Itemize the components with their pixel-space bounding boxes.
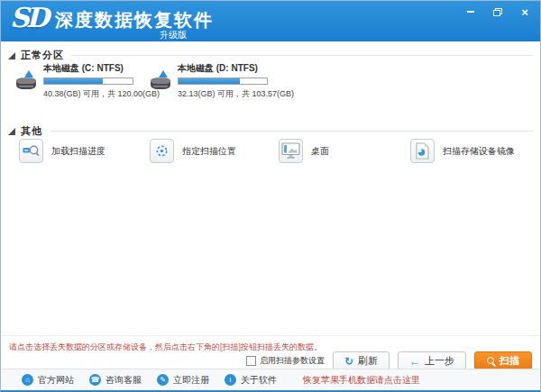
app-logo: SD: [10, 2, 46, 33]
link-label: 咨询客服: [105, 374, 142, 387]
section-divider: [50, 131, 533, 132]
disk-capacity-text: 40.38(GB) 可用，共 120.00(GB): [43, 88, 151, 100]
desktop-item[interactable]: 桌面: [279, 139, 329, 163]
back-label: 上一步: [425, 354, 454, 368]
disk-usage-fill: [179, 78, 240, 84]
status-area: 请点击选择丢失数据的分区或存储设备，然后点击右下角的[扫描]按钮扫描丢失的数据。…: [2, 335, 539, 369]
iphone-recovery-promo-link[interactable]: 恢复苹果手机数据请点击这里: [303, 374, 420, 387]
minimize-icon: [467, 11, 474, 13]
scan-location-item[interactable]: 指定扫描位置: [150, 139, 236, 163]
checkbox-label: 启用扫描参数设置: [260, 355, 325, 367]
scan-button[interactable]: 扫描: [474, 351, 532, 370]
about-icon: i: [225, 374, 236, 386]
edition-badge: 升级版: [160, 29, 187, 41]
magnifier-icon: [487, 357, 495, 365]
disk-label: 本地磁盘 (D: NTFS): [178, 62, 285, 75]
official-website-link[interactable]: ⌂ 官方网站: [22, 374, 74, 387]
disk-usage-bar: [43, 77, 133, 85]
close-button[interactable]: ×: [517, 5, 533, 18]
restore-button[interactable]: [490, 5, 506, 18]
device-image-icon: [410, 139, 435, 163]
partitions-section-header: 正常分区: [8, 49, 533, 62]
device-image-item[interactable]: 扫描存储设备镜像: [410, 139, 515, 163]
expander-icon[interactable]: [8, 128, 15, 135]
disk-capacity-text: 32.13(GB) 可用，共 103.57(GB): [178, 88, 285, 100]
link-label: 关于软件: [241, 374, 277, 387]
partitions-section-title: 正常分区: [21, 49, 64, 62]
hard-drive-icon: [148, 68, 175, 96]
app-window: SD 深度数据恢复软件 升级版 × 正常分区 本地磁盘 (C: NTFS): [0, 0, 541, 392]
disk-label: 本地磁盘 (C: NTFS): [43, 62, 151, 75]
action-controls: 启用扫描参数设置 ↻ 刷新 ← 上一步 扫描: [246, 351, 532, 370]
disk-item-d[interactable]: 本地磁盘 (D: NTFS) 32.13(GB) 可用，共 103.57(GB): [148, 62, 285, 100]
disk-usage-bar: [178, 77, 268, 85]
link-label: 官方网站: [38, 374, 74, 387]
other-section-header: 其他: [8, 124, 533, 138]
refresh-button[interactable]: ↻ 刷新: [333, 351, 390, 370]
register-icon: ✎: [157, 374, 169, 386]
checkbox-box[interactable]: [246, 356, 256, 366]
scan-label: 扫描: [500, 354, 519, 368]
support-icon: ☎: [89, 374, 101, 386]
footer-bar: ⌂ 官方网站 ☎ 咨询客服 ✎ 立即注册 i 关于软件 恢复苹果手机数据请点击这…: [2, 369, 539, 390]
scan-location-icon: [150, 139, 174, 163]
scan-settings-checkbox[interactable]: 启用扫描参数设置: [246, 355, 325, 367]
register-link[interactable]: ✎ 立即注册: [157, 374, 209, 387]
hard-drive-icon: [14, 68, 41, 96]
tool-label: 加载扫描进度: [51, 145, 105, 158]
back-button[interactable]: ← 上一步: [398, 351, 466, 370]
refresh-icon: ↻: [344, 356, 353, 367]
restore-icon: [493, 8, 502, 16]
section-divider: [71, 55, 533, 56]
minimize-button[interactable]: [463, 5, 479, 18]
load-scan-progress-icon: [19, 139, 43, 163]
disk-usage-fill: [44, 78, 103, 84]
window-controls: ×: [463, 5, 533, 18]
other-section-title: 其他: [21, 124, 42, 138]
about-software-link[interactable]: i 关于软件: [225, 374, 277, 387]
link-label: 立即注册: [173, 374, 209, 387]
titlebar: SD 深度数据恢复软件 升级版 ×: [1, 1, 540, 41]
refresh-label: 刷新: [358, 354, 378, 368]
tool-label: 指定扫描位置: [182, 145, 236, 158]
back-arrow-icon: ←: [409, 356, 420, 367]
app-title: 深度数据恢复软件: [55, 8, 214, 32]
desktop-icon: [279, 139, 303, 163]
website-icon: ⌂: [22, 374, 33, 386]
expander-icon[interactable]: [8, 52, 15, 59]
customer-service-link[interactable]: ☎ 咨询客服: [89, 374, 142, 387]
tool-label: 扫描存储设备镜像: [443, 145, 515, 158]
load-scan-progress-item[interactable]: 加载扫描进度: [19, 139, 105, 163]
tool-label: 桌面: [311, 145, 329, 158]
disk-item-c[interactable]: 本地磁盘 (C: NTFS) 40.38(GB) 可用，共 120.00(GB): [14, 62, 151, 100]
